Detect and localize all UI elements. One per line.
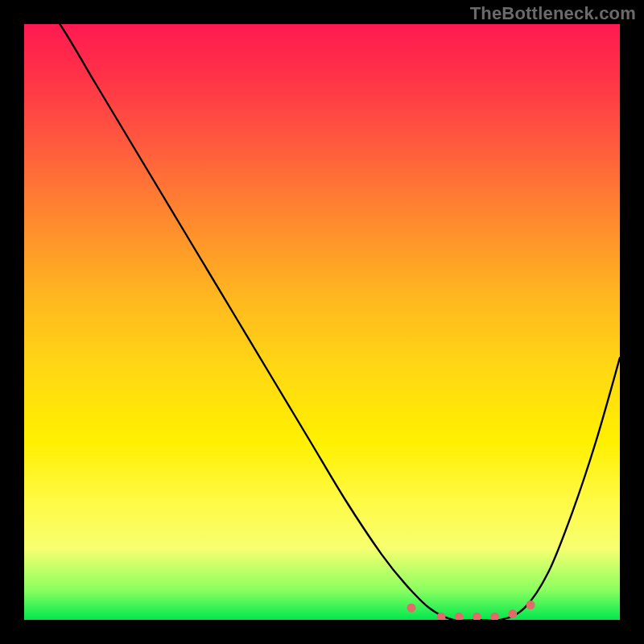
curve-dot (508, 609, 517, 618)
curve-dot (526, 601, 535, 609)
curve-dot (407, 604, 416, 613)
bottleneck-curve (24, 24, 620, 620)
watermark-text: TheBottleneck.com (470, 3, 636, 24)
curve-dot (473, 613, 481, 620)
curve-marker-dots (407, 601, 535, 620)
curve-layer (24, 24, 620, 620)
curve-dot (490, 613, 499, 620)
curve-dot (455, 613, 464, 620)
plot-area (24, 24, 620, 620)
chart-frame: TheBottleneck.com (0, 0, 644, 644)
